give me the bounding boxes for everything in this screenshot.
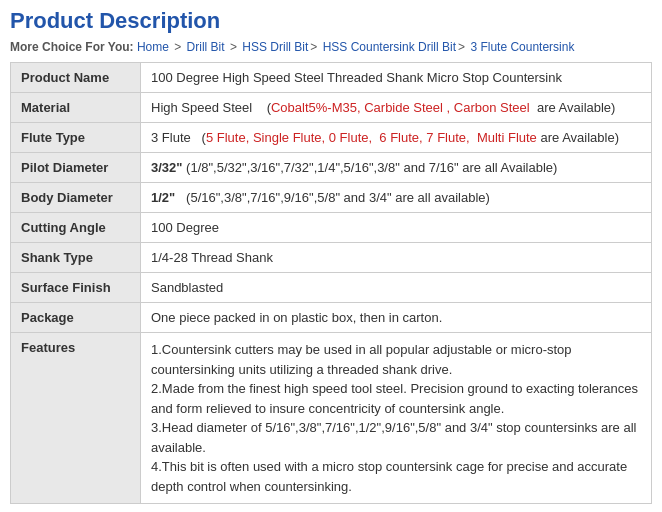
table-row: Pilot Diameter 3/32" (1/8",5/32",3/16",7… [11, 153, 652, 183]
breadcrumb: More Choice For You: Home > Drill Bit > … [10, 40, 652, 54]
label-pilot-diameter: Pilot Diameter [11, 153, 141, 183]
value-body-diameter: 1/2" (5/16",3/8",7/16",9/16",5/8" and 3/… [141, 183, 652, 213]
breadcrumb-3flute[interactable]: 3 Flute Countersink [470, 40, 574, 54]
breadcrumb-hss-drill-bit[interactable]: HSS Drill Bit [242, 40, 308, 54]
table-row: Body Diameter 1/2" (5/16",3/8",7/16",9/1… [11, 183, 652, 213]
label-cutting-angle: Cutting Angle [11, 213, 141, 243]
label-features: Features [11, 333, 141, 504]
value-flute-type: 3 Flute (5 Flute, Single Flute, 0 Flute,… [141, 123, 652, 153]
label-material: Material [11, 93, 141, 123]
table-row: Cutting Angle 100 Degree [11, 213, 652, 243]
body-diameter-plain: (5/16",3/8",7/16",9/16",5/8" and 3/4" ar… [179, 190, 490, 205]
label-shank-type: Shank Type [11, 243, 141, 273]
label-product-name: Product Name [11, 63, 141, 93]
value-cutting-angle: 100 Degree [141, 213, 652, 243]
value-shank-type: 1/4-28 Thread Shank [141, 243, 652, 273]
table-row: Flute Type 3 Flute (5 Flute, Single Flut… [11, 123, 652, 153]
value-pilot-diameter: 3/32" (1/8",5/32",3/16",7/32",1/4",5/16"… [141, 153, 652, 183]
page-title: Product Description [10, 8, 652, 34]
table-row: Material High Speed Steel (Cobalt5%-M35,… [11, 93, 652, 123]
label-surface-finish: Surface Finish [11, 273, 141, 303]
table-row: Package One piece packed in on plastic b… [11, 303, 652, 333]
label-body-diameter: Body Diameter [11, 183, 141, 213]
table-row: Product Name 100 Degree High Speed Steel… [11, 63, 652, 93]
page-wrapper: Product Description More Choice For You:… [0, 0, 662, 512]
body-diameter-bold: 1/2" [151, 190, 175, 205]
pilot-diameter-bold: 3/32" [151, 160, 182, 175]
material-link-cobalt[interactable]: Cobalt5%-M35, Carbide Steel , Carbon Ste… [271, 100, 530, 115]
breadcrumb-label: More Choice For You: [10, 40, 134, 54]
feature-2: 2.Made from the finest high speed tool s… [151, 381, 638, 416]
feature-3: 3.Head diameter of 5/16",3/8",7/16",1/2"… [151, 420, 636, 455]
product-table: Product Name 100 Degree High Speed Steel… [10, 62, 652, 504]
value-surface-finish: Sandblasted [141, 273, 652, 303]
value-features: 1.Countersink cutters may be used in all… [141, 333, 652, 504]
breadcrumb-drill-bit[interactable]: Drill Bit [187, 40, 225, 54]
table-row: Features 1.Countersink cutters may be us… [11, 333, 652, 504]
table-row: Shank Type 1/4-28 Thread Shank [11, 243, 652, 273]
value-package: One piece packed in on plastic box, then… [141, 303, 652, 333]
value-material: High Speed Steel (Cobalt5%-M35, Carbide … [141, 93, 652, 123]
pilot-diameter-plain: (1/8",5/32",3/16",7/32",1/4",5/16",3/8" … [186, 160, 557, 175]
feature-4: 4.This bit is often used with a micro st… [151, 459, 627, 494]
label-package: Package [11, 303, 141, 333]
table-row: Surface Finish Sandblasted [11, 273, 652, 303]
breadcrumb-hss-countersink[interactable]: HSS Countersink Drill Bit [323, 40, 456, 54]
flute-type-link[interactable]: 5 Flute, Single Flute, 0 Flute, 6 Flute,… [206, 130, 537, 145]
feature-1: 1.Countersink cutters may be used in all… [151, 342, 572, 377]
breadcrumb-home[interactable]: Home [137, 40, 169, 54]
label-flute-type: Flute Type [11, 123, 141, 153]
value-product-name: 100 Degree High Speed Steel Threaded Sha… [141, 63, 652, 93]
